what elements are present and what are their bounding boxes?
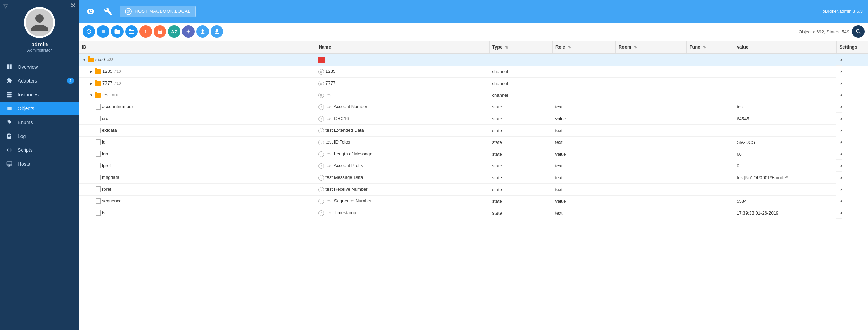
puzzle-icon (5, 78, 14, 84)
sidebar-item-overview[interactable]: Overview (0, 60, 79, 74)
cell-name: ○test Length of Message (316, 148, 489, 160)
sidebar-item-objects[interactable]: Objects (0, 102, 79, 115)
table-header: ID Name Type ⇅ Role ⇅ Room ⇅ (79, 41, 868, 53)
log-icon (5, 133, 14, 139)
col-type-label: Type (492, 44, 502, 50)
cell-role: value (552, 113, 615, 124)
sidebar-item-log[interactable]: Log (0, 129, 79, 143)
edit-button[interactable] (839, 174, 842, 181)
cell-name: ○test Sequence Number (316, 195, 489, 207)
edit-button[interactable] (839, 209, 842, 216)
refresh-button[interactable] (83, 25, 95, 38)
cell-room (615, 148, 687, 160)
state-icon: ○ (318, 199, 324, 204)
expand-button[interactable]: ▶ (89, 69, 94, 74)
id-badge: #10 (114, 81, 121, 85)
expand-button[interactable]: ▼ (89, 93, 94, 98)
table-area: ID Name Type ⇅ Role ⇅ Room ⇅ (79, 41, 868, 330)
host-label: HOST MACBOOK.LOCAL (135, 9, 190, 14)
edit-button[interactable] (839, 92, 842, 98)
cell-type: channel (489, 66, 552, 77)
search-button[interactable] (852, 25, 865, 38)
state-icon: ⊞ (318, 81, 324, 86)
tag-icon (5, 119, 14, 125)
expand-button[interactable]: ▶ (89, 81, 94, 86)
state-icon: ○ (318, 210, 324, 216)
menu-button[interactable]: ▽ (3, 3, 8, 9)
edit-button[interactable] (839, 150, 842, 157)
edit-button[interactable] (839, 80, 842, 86)
col-id-label: ID (82, 44, 86, 50)
role-sort-icon[interactable]: ⇅ (568, 45, 571, 49)
cell-id: id (79, 136, 316, 148)
add-button[interactable] (182, 25, 195, 38)
folder-open-button[interactable] (125, 25, 138, 38)
cell-id: ▶7777#10 (79, 77, 316, 89)
table-row: ▶1235#10⊞1235channel (79, 66, 868, 77)
wrench-icon[interactable] (102, 5, 114, 18)
download-button[interactable] (211, 25, 223, 38)
func-sort-icon[interactable]: ⇅ (703, 45, 706, 49)
folder-button[interactable] (111, 25, 124, 38)
edit-button[interactable] (839, 115, 842, 122)
cell-value: SIA-DCS (734, 136, 836, 148)
cell-settings (836, 172, 842, 183)
table-row: extdata○test Extended Datastatetext (79, 124, 868, 136)
edit-button[interactable] (839, 186, 842, 192)
eye-icon[interactable] (84, 5, 97, 18)
type-sort-icon[interactable]: ⇅ (505, 45, 508, 49)
folder-icon (95, 81, 101, 86)
id-text: test (102, 92, 110, 97)
sort-button[interactable]: AZ (168, 25, 180, 38)
table-row: id○test ID TokenstatetextSIA-DCS (79, 136, 868, 148)
sidebar: ▽ ✕ admin Administrator Overview Adapter… (0, 0, 79, 330)
user-name: admin (31, 42, 48, 48)
sidebar-item-hosts[interactable]: Hosts (0, 157, 79, 171)
enums-label: Enums (18, 120, 74, 125)
edit-button[interactable] (839, 162, 842, 169)
sidebar-item-scripts[interactable]: Scripts (0, 143, 79, 157)
state-icon: ○ (318, 116, 324, 122)
version-label: ioBroker.admin 3.5.3 (822, 9, 863, 14)
sidebar-header: admin Administrator (0, 0, 79, 58)
id-text: lpref (102, 163, 111, 168)
edit-button[interactable] (839, 139, 842, 145)
instances-label: Instances (18, 92, 74, 97)
edit-button[interactable] (839, 103, 842, 110)
sidebar-item-enums[interactable]: Enums (0, 115, 79, 129)
upload-button[interactable] (196, 25, 209, 38)
cell-type: state (489, 101, 552, 113)
expand-button[interactable]: ▼ (82, 57, 87, 62)
edit-button[interactable] (839, 56, 842, 63)
adapters-label: Adapters (18, 78, 67, 84)
close-sidebar-button[interactable]: ✕ (70, 2, 76, 9)
cell-type: state (489, 172, 552, 183)
table-row: msgdata○test Message Datastatetexttest|N… (79, 172, 868, 183)
page-icon (96, 139, 101, 145)
cell-type: state (489, 160, 552, 172)
page-icon (96, 210, 101, 216)
sidebar-item-instances[interactable]: Instances (0, 88, 79, 102)
lock-button[interactable] (154, 25, 166, 38)
name-text: test Message Data (325, 175, 363, 180)
cell-role: text (552, 207, 615, 219)
user-avatar-svg (29, 12, 50, 33)
badge-button[interactable]: 1 (139, 25, 152, 38)
page-icon (96, 198, 101, 204)
page-icon (96, 175, 101, 180)
id-text: 7777 (102, 80, 112, 86)
list-view-button[interactable] (97, 25, 109, 38)
cell-value (734, 77, 836, 89)
folder-icon (95, 69, 101, 74)
id-text: sequence (102, 198, 121, 203)
cell-room (615, 195, 687, 207)
edit-button[interactable] (839, 127, 842, 133)
cell-role: text (552, 124, 615, 136)
state-icon: ⊞ (318, 93, 324, 98)
edit-button[interactable] (839, 198, 842, 204)
cell-type: state (489, 124, 552, 136)
room-sort-icon[interactable]: ⇅ (634, 45, 637, 49)
sidebar-item-adapters[interactable]: Adapters 4 (0, 74, 79, 88)
edit-button[interactable] (839, 68, 842, 75)
cell-func (687, 172, 734, 183)
